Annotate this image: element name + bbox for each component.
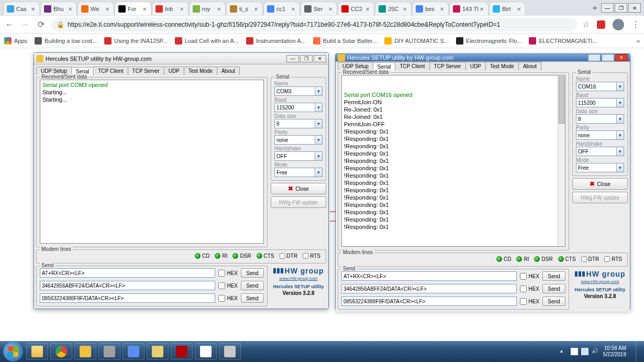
dtr-checkbox[interactable]: DTR <box>581 256 599 262</box>
hex-checkbox[interactable]: HEX <box>218 270 238 277</box>
bookmark-item[interactable]: Load Cell with an A... <box>175 37 239 45</box>
browser-tab[interactable]: Cas✕ <box>3 2 40 15</box>
bookmark-item[interactable]: Building a low cost... <box>35 37 97 45</box>
terminal-output[interactable]: Serial port COM16 openedPermitJoin-ONRe-… <box>341 75 565 247</box>
browser-tab[interactable]: bes✕ <box>412 2 449 15</box>
browser-tab[interactable]: cc1✕ <box>263 2 300 15</box>
send-button[interactable]: Send <box>241 281 264 290</box>
send-button[interactable]: Send <box>241 268 264 278</box>
send-input[interactable] <box>341 271 517 281</box>
browser-tab[interactable]: 143 The✕ <box>449 2 488 15</box>
tab-test-mode[interactable]: Test Mode <box>184 67 217 75</box>
close-icon[interactable]: ✕ <box>517 6 522 12</box>
tray-volume-icon[interactable]: 🔊 <box>592 348 599 355</box>
terminal-output[interactable]: Serial port COM3 openedStarting...Starti… <box>40 80 264 244</box>
tab-tcp-server[interactable]: TCP Server <box>128 67 164 75</box>
tab-about[interactable]: About <box>217 67 240 75</box>
close-icon[interactable]: ✕ <box>328 6 334 12</box>
new-tab-button[interactable]: ＋ <box>589 2 601 14</box>
browser-tab[interactable]: For✕ <box>115 2 151 15</box>
maximize-button[interactable]: ❐ <box>300 55 313 62</box>
bookmarks-overflow[interactable]: » <box>637 38 640 44</box>
close-icon[interactable]: ✕ <box>31 6 36 12</box>
close-icon[interactable]: ✕ <box>68 6 73 12</box>
rts-checkbox[interactable]: RTS <box>303 253 320 259</box>
send-button[interactable]: Send <box>542 297 565 306</box>
port-name-select[interactable]: COM16▼ <box>576 82 624 91</box>
profile-avatar[interactable] <box>613 19 624 30</box>
browser-tab[interactable]: CC2✕ <box>338 2 374 15</box>
hex-checkbox[interactable]: HEX <box>520 298 539 305</box>
browser-tab[interactable]: Inb✕ <box>152 2 188 15</box>
tab-udp[interactable]: UDP <box>465 62 486 70</box>
close-button[interactable]: ✕ <box>615 54 628 61</box>
minimize-button[interactable]: — <box>601 3 614 13</box>
omnibox[interactable]: 🔒 https://e2e.ti.com/support/wireless-co… <box>51 18 577 31</box>
tab-test-mode[interactable]: Test Mode <box>485 62 519 70</box>
titlebar[interactable]: Hercules SETUP utility by HW-group.com —… <box>34 53 328 64</box>
send-button[interactable]: Send <box>542 284 565 293</box>
bookmark-item[interactable]: ELECTROMAGNETI... <box>529 37 597 45</box>
browser-tab[interactable]: Bhu✕ <box>40 2 77 15</box>
extension-icon[interactable] <box>597 20 605 29</box>
close-icon[interactable]: ✕ <box>365 6 371 12</box>
minimize-button[interactable]: — <box>286 55 299 62</box>
close-icon[interactable]: ✕ <box>291 6 296 12</box>
app-icon-2[interactable] <box>98 343 120 360</box>
browser-tab[interactable]: roy✕ <box>189 2 226 15</box>
browser-tab[interactable]: Ser✕ <box>301 2 337 15</box>
hex-checkbox[interactable]: HEX <box>218 282 238 289</box>
rts-checkbox[interactable]: RTS <box>604 256 622 262</box>
app-icon-3[interactable] <box>123 343 145 360</box>
port-name-select[interactable]: COM3▼ <box>274 86 323 96</box>
close-icon[interactable]: ✕ <box>142 6 148 12</box>
close-port-button[interactable]: ✖Close <box>271 183 326 194</box>
handshake-select[interactable]: OFF▼ <box>274 151 323 161</box>
start-button[interactable] <box>3 342 23 361</box>
mode-select[interactable]: Free▼ <box>576 163 624 172</box>
back-button[interactable]: ← <box>4 20 15 29</box>
tab-udp[interactable]: UDP <box>164 67 184 75</box>
browser-tab[interactable]: We✕ <box>77 2 114 15</box>
tab-tcp-client[interactable]: TCP Client <box>395 62 429 70</box>
close-icon[interactable]: ✕ <box>180 6 185 12</box>
splitter-handle[interactable] <box>330 205 336 218</box>
send-button[interactable]: Send <box>241 293 264 303</box>
fw-update-button[interactable]: HWg FW update <box>271 196 326 208</box>
bookmark-item[interactable]: Build a Solar Batter... <box>313 37 377 45</box>
tab-tcp-client[interactable]: TCP Client <box>93 67 128 75</box>
forward-button[interactable]: → <box>20 20 30 29</box>
send-input[interactable] <box>341 284 517 293</box>
app-icon-5[interactable] <box>195 343 217 360</box>
reload-button[interactable]: ⟳ <box>36 19 46 29</box>
close-icon[interactable]: ✕ <box>403 6 408 12</box>
scrollbar[interactable] <box>558 75 565 246</box>
close-icon[interactable]: ✕ <box>254 6 259 12</box>
bookmark-item[interactable]: Instrumentation A... <box>246 37 306 45</box>
bookmark-item[interactable]: Using the INA125P... <box>104 37 167 45</box>
menu-icon[interactable]: ⋮ <box>631 19 640 29</box>
bookmark-item[interactable]: Electromagnetic Flo... <box>456 37 521 45</box>
fw-update-button[interactable]: HWg FW update <box>572 192 628 203</box>
parity-select[interactable]: none▼ <box>576 130 624 140</box>
baud-select[interactable]: 115200▼ <box>576 98 624 107</box>
parity-select[interactable]: none▼ <box>274 135 323 145</box>
app-icon-6[interactable] <box>219 343 241 360</box>
close-port-button[interactable]: ✖Close <box>572 178 628 190</box>
brand-url[interactable]: www.HW-group.com <box>581 279 619 284</box>
baud-select[interactable]: 115200▼ <box>274 103 323 112</box>
app-icon-4[interactable] <box>147 343 169 360</box>
tab-about[interactable]: About <box>518 62 541 70</box>
close-icon[interactable]: ✕ <box>105 6 110 12</box>
close-button[interactable]: ✕ <box>314 55 326 62</box>
tab-tcp-server[interactable]: TCP Server <box>429 62 466 70</box>
app-icon-1[interactable] <box>74 343 96 360</box>
datasize-select[interactable]: 8▼ <box>274 119 323 128</box>
handshake-select[interactable]: OFF▼ <box>576 147 624 156</box>
close-icon[interactable]: ✕ <box>440 6 445 12</box>
apps-button[interactable]: Apps <box>4 37 27 45</box>
clock[interactable]: 10:58 AM 5/22/2019 <box>603 345 629 358</box>
hex-checkbox[interactable]: HEX <box>520 286 539 292</box>
browser-tab[interactable]: Birt✕ <box>489 2 526 15</box>
hex-checkbox[interactable]: HEX <box>520 273 539 280</box>
